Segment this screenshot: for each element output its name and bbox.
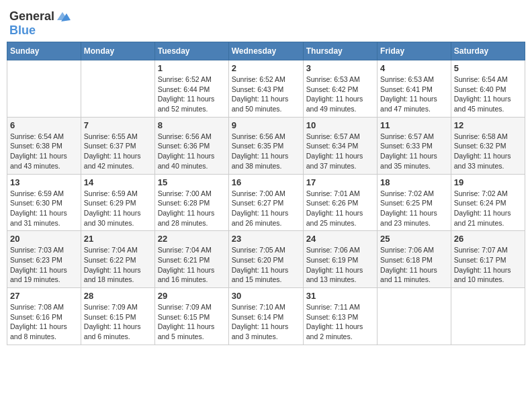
- week-row-3: 13Sunrise: 6:59 AMSunset: 6:30 PMDayligh…: [7, 174, 525, 231]
- day-number: 13: [10, 177, 78, 187]
- day-info: Sunrise: 6:59 AMSunset: 6:29 PMDaylight:…: [84, 189, 152, 228]
- day-info: Sunrise: 7:11 AMSunset: 6:13 PMDaylight:…: [306, 302, 374, 342]
- logo-general-text: General: [9, 9, 54, 24]
- calendar-cell: 5Sunrise: 6:54 AMSunset: 6:40 PMDaylight…: [451, 60, 525, 118]
- calendar-cell: 14Sunrise: 6:59 AMSunset: 6:29 PMDayligh…: [81, 174, 154, 231]
- day-info: Sunrise: 7:00 AMSunset: 6:27 PMDaylight:…: [232, 189, 300, 228]
- calendar-cell: 2Sunrise: 6:52 AMSunset: 6:43 PMDaylight…: [228, 60, 303, 118]
- day-number: 4: [380, 63, 448, 73]
- calendar-cell: 9Sunrise: 6:56 AMSunset: 6:35 PMDaylight…: [228, 117, 303, 174]
- day-info: Sunrise: 7:08 AMSunset: 6:16 PMDaylight:…: [10, 302, 78, 342]
- day-number: 31: [306, 291, 374, 301]
- day-number: 7: [84, 120, 152, 130]
- day-info: Sunrise: 6:54 AMSunset: 6:40 PMDaylight:…: [454, 75, 522, 114]
- weekday-header-thursday: Thursday: [303, 42, 377, 60]
- calendar-cell: 16Sunrise: 7:00 AMSunset: 6:27 PMDayligh…: [228, 174, 303, 231]
- day-number: 11: [380, 120, 448, 130]
- calendar-cell: 31Sunrise: 7:11 AMSunset: 6:13 PMDayligh…: [303, 288, 377, 345]
- calendar-cell: 30Sunrise: 7:10 AMSunset: 6:14 PMDayligh…: [228, 288, 303, 345]
- day-number: 19: [454, 177, 522, 187]
- day-info: Sunrise: 7:09 AMSunset: 6:15 PMDaylight:…: [84, 302, 152, 342]
- day-info: Sunrise: 6:54 AMSunset: 6:38 PMDaylight:…: [10, 132, 78, 171]
- day-info: Sunrise: 7:02 AMSunset: 6:25 PMDaylight:…: [380, 189, 448, 228]
- calendar-cell: [378, 288, 451, 345]
- calendar-cell: [7, 60, 81, 118]
- day-number: 14: [84, 177, 152, 187]
- day-info: Sunrise: 7:02 AMSunset: 6:24 PMDaylight:…: [454, 189, 522, 228]
- day-number: 21: [84, 234, 152, 244]
- day-info: Sunrise: 7:09 AMSunset: 6:15 PMDaylight:…: [158, 302, 226, 342]
- day-number: 12: [454, 120, 522, 130]
- day-info: Sunrise: 6:56 AMSunset: 6:36 PMDaylight:…: [158, 132, 226, 171]
- calendar-cell: 23Sunrise: 7:05 AMSunset: 6:20 PMDayligh…: [228, 231, 303, 288]
- calendar-table: SundayMondayTuesdayWednesdayThursdayFrid…: [7, 42, 525, 345]
- day-info: Sunrise: 7:06 AMSunset: 6:18 PMDaylight:…: [380, 245, 448, 285]
- calendar-cell: 3Sunrise: 6:53 AMSunset: 6:42 PMDaylight…: [303, 60, 377, 118]
- day-number: 2: [232, 63, 300, 73]
- weekday-header-wednesday: Wednesday: [228, 42, 303, 60]
- logo-blue-text: Blue: [9, 24, 36, 38]
- calendar-cell: 12Sunrise: 6:58 AMSunset: 6:32 PMDayligh…: [451, 117, 525, 174]
- day-number: 18: [380, 177, 448, 187]
- day-info: Sunrise: 6:52 AMSunset: 6:44 PMDaylight:…: [158, 75, 226, 114]
- calendar-cell: 24Sunrise: 7:06 AMSunset: 6:19 PMDayligh…: [303, 231, 377, 288]
- day-info: Sunrise: 7:05 AMSunset: 6:20 PMDaylight:…: [232, 245, 300, 285]
- day-info: Sunrise: 7:06 AMSunset: 6:19 PMDaylight:…: [306, 245, 374, 285]
- day-number: 22: [158, 234, 226, 244]
- calendar-cell: 7Sunrise: 6:55 AMSunset: 6:37 PMDaylight…: [81, 117, 154, 174]
- calendar-cell: 15Sunrise: 7:00 AMSunset: 6:28 PMDayligh…: [154, 174, 228, 231]
- day-number: 28: [84, 291, 152, 301]
- day-info: Sunrise: 7:04 AMSunset: 6:21 PMDaylight:…: [158, 245, 226, 285]
- day-number: 6: [10, 120, 78, 130]
- calendar-cell: 27Sunrise: 7:08 AMSunset: 6:16 PMDayligh…: [7, 288, 81, 345]
- day-info: Sunrise: 6:52 AMSunset: 6:43 PMDaylight:…: [232, 75, 300, 114]
- logo-icon: [54, 11, 71, 23]
- day-info: Sunrise: 7:00 AMSunset: 6:28 PMDaylight:…: [158, 189, 226, 228]
- calendar-cell: 4Sunrise: 6:53 AMSunset: 6:41 PMDaylight…: [378, 60, 451, 118]
- week-row-1: 1Sunrise: 6:52 AMSunset: 6:44 PMDaylight…: [7, 60, 525, 118]
- day-number: 1: [158, 63, 226, 73]
- day-info: Sunrise: 6:57 AMSunset: 6:33 PMDaylight:…: [380, 132, 448, 171]
- calendar-cell: 18Sunrise: 7:02 AMSunset: 6:25 PMDayligh…: [378, 174, 451, 231]
- day-number: 8: [158, 120, 226, 130]
- day-info: Sunrise: 6:56 AMSunset: 6:35 PMDaylight:…: [232, 132, 300, 171]
- day-number: 9: [232, 120, 300, 130]
- day-info: Sunrise: 6:57 AMSunset: 6:34 PMDaylight:…: [306, 132, 374, 171]
- page-header: General Blue: [7, 7, 525, 38]
- calendar-cell: 25Sunrise: 7:06 AMSunset: 6:18 PMDayligh…: [378, 231, 451, 288]
- week-row-5: 27Sunrise: 7:08 AMSunset: 6:16 PMDayligh…: [7, 288, 525, 345]
- calendar-cell: 28Sunrise: 7:09 AMSunset: 6:15 PMDayligh…: [81, 288, 154, 345]
- calendar-cell: 6Sunrise: 6:54 AMSunset: 6:38 PMDaylight…: [7, 117, 81, 174]
- day-number: 17: [306, 177, 374, 187]
- day-number: 30: [232, 291, 300, 301]
- day-number: 20: [10, 234, 78, 244]
- day-info: Sunrise: 6:58 AMSunset: 6:32 PMDaylight:…: [454, 132, 522, 171]
- calendar-cell: 10Sunrise: 6:57 AMSunset: 6:34 PMDayligh…: [303, 117, 377, 174]
- calendar-cell: 20Sunrise: 7:03 AMSunset: 6:23 PMDayligh…: [7, 231, 81, 288]
- day-info: Sunrise: 7:03 AMSunset: 6:23 PMDaylight:…: [10, 245, 78, 285]
- calendar-cell: 19Sunrise: 7:02 AMSunset: 6:24 PMDayligh…: [451, 174, 525, 231]
- weekday-header-saturday: Saturday: [451, 42, 525, 60]
- day-info: Sunrise: 6:59 AMSunset: 6:30 PMDaylight:…: [10, 189, 78, 228]
- day-info: Sunrise: 7:07 AMSunset: 6:17 PMDaylight:…: [454, 245, 522, 285]
- logo: General Blue: [9, 9, 71, 38]
- weekday-header-monday: Monday: [81, 42, 154, 60]
- day-info: Sunrise: 6:53 AMSunset: 6:41 PMDaylight:…: [380, 75, 448, 114]
- week-row-2: 6Sunrise: 6:54 AMSunset: 6:38 PMDaylight…: [7, 117, 525, 174]
- day-number: 3: [306, 63, 374, 73]
- calendar-cell: 17Sunrise: 7:01 AMSunset: 6:26 PMDayligh…: [303, 174, 377, 231]
- day-info: Sunrise: 6:53 AMSunset: 6:42 PMDaylight:…: [306, 75, 374, 114]
- day-number: 29: [158, 291, 226, 301]
- calendar-cell: 22Sunrise: 7:04 AMSunset: 6:21 PMDayligh…: [154, 231, 228, 288]
- calendar-cell: 1Sunrise: 6:52 AMSunset: 6:44 PMDaylight…: [154, 60, 228, 118]
- calendar-cell: 8Sunrise: 6:56 AMSunset: 6:36 PMDaylight…: [154, 117, 228, 174]
- calendar-cell: [81, 60, 154, 118]
- calendar-cell: 11Sunrise: 6:57 AMSunset: 6:33 PMDayligh…: [378, 117, 451, 174]
- day-number: 5: [454, 63, 522, 73]
- weekday-header-row: SundayMondayTuesdayWednesdayThursdayFrid…: [7, 42, 525, 60]
- calendar-cell: [451, 288, 525, 345]
- day-number: 27: [10, 291, 78, 301]
- calendar-cell: 21Sunrise: 7:04 AMSunset: 6:22 PMDayligh…: [81, 231, 154, 288]
- day-info: Sunrise: 7:10 AMSunset: 6:14 PMDaylight:…: [232, 302, 300, 342]
- calendar-cell: 29Sunrise: 7:09 AMSunset: 6:15 PMDayligh…: [154, 288, 228, 345]
